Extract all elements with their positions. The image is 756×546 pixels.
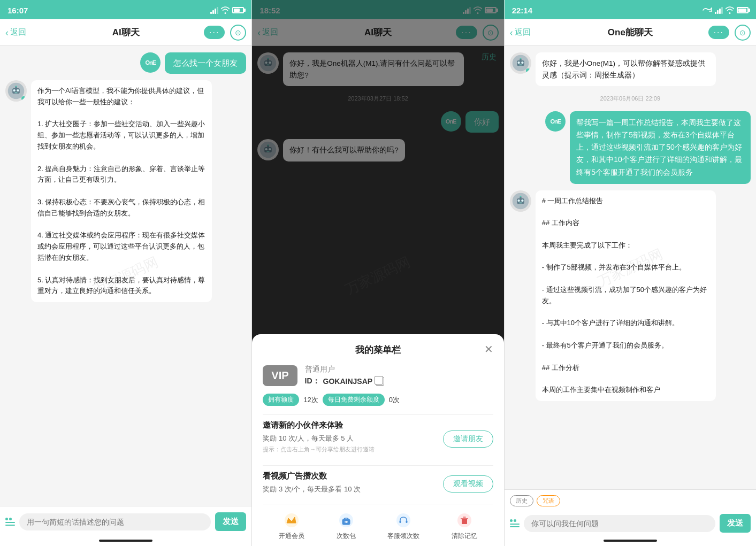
- nav-actions-3: ··· ⊙: [708, 25, 751, 41]
- footer-item-clear-2[interactable]: 清除记忆: [452, 512, 477, 541]
- copy-icon-2[interactable]: [376, 377, 384, 386]
- invite-btn-2[interactable]: 邀请朋友: [443, 430, 493, 448]
- signal-icon-3: [715, 6, 723, 14]
- nav-bar-1: ‹ 返回 AI聊天 ··· ⊙: [0, 19, 251, 46]
- video-desc-2: 奖励 3 次/个，每天最多看 10 次: [263, 485, 361, 494]
- svg-point-44: [517, 199, 520, 202]
- menu-icon-3[interactable]: [510, 519, 520, 527]
- svg-point-38: [521, 61, 523, 64]
- vip-info-2: 普通用户 ID： GOKAINJSAP: [305, 365, 385, 386]
- bot-avatar-reply-3: [510, 190, 531, 212]
- nav-title-1: AI聊天: [112, 26, 140, 39]
- spell-tag-3[interactable]: 咒语: [537, 495, 560, 506]
- invite-desc-2: 奖励 10 次/人，每天最多 5 人: [263, 434, 375, 443]
- svg-point-3: [17, 89, 19, 91]
- wifi-icon-1: [220, 6, 230, 14]
- robot-icon-reply-3: [511, 192, 530, 210]
- back-button-1[interactable]: ‹ 返回: [5, 27, 26, 37]
- user-id-label-2: ID：: [305, 376, 320, 386]
- status-bar-1: 16:07: [0, 0, 251, 19]
- svg-rect-28: [406, 520, 408, 523]
- modal-header-2: 我的菜单栏 ✕: [263, 344, 493, 356]
- nav-title-3: One能聊天: [608, 26, 653, 39]
- modal-footer-2: 开通会员 次数包: [263, 504, 493, 546]
- user-type-2: 普通用户: [305, 365, 385, 374]
- target-button-3[interactable]: ⊙: [735, 25, 751, 41]
- bot-bubble-intro-3: 你好，我是小One(M1)，可以帮你解答疑惑或提供灵感（提示词：周报生成器）: [536, 52, 716, 86]
- msg-time-3: 2023年06月06日 22:09: [510, 95, 751, 103]
- panel-1: 16:07 ‹ 返回 AI聊天 ··· ⊙ 万家源码网: [0, 0, 251, 546]
- divider-1-2: [263, 414, 493, 415]
- msg-row-bot-1: 作为一个AI语言模型，我不能为你提供具体的建议，但我可以给你一些一般性的建议： …: [5, 80, 246, 302]
- status-time-1: 16:07: [7, 6, 28, 15]
- back-chevron-1: ‹: [5, 28, 9, 37]
- invite-text-2: 邀请新的小伙伴来体验 奖励 10 次/人，每天最多 5 人 提示：点击右上角→可…: [263, 420, 375, 458]
- quota-tag-2-2: 每日免费剩余额度: [323, 394, 385, 406]
- chat-input-3[interactable]: [524, 515, 715, 532]
- svg-rect-46: [519, 202, 522, 203]
- more-button-3[interactable]: ···: [708, 26, 729, 39]
- nav-bar-3: ‹ 返回 One能聊天 ··· ⊙: [505, 19, 756, 46]
- chat-input-1[interactable]: [19, 513, 211, 530]
- divider-2-2: [263, 465, 493, 466]
- video-row-2: 看视频广告攒次数 奖励 3 次/个，每天最多看 10 次 观看视频: [263, 471, 493, 496]
- history-tag-3[interactable]: 历史: [510, 495, 533, 506]
- svg-rect-39: [519, 65, 522, 66]
- bot-bubble-reply-3: # 一周工作总结报告 ## 工作内容 本周我主要完成了以下工作： - 制作了5部…: [536, 190, 716, 401]
- chat-input-bar-1: 发送: [0, 506, 251, 537]
- modal-title-2: 我的菜单栏: [355, 344, 401, 356]
- footer-label-package-2: 次数包: [337, 532, 356, 541]
- svg-point-26: [396, 513, 410, 527]
- svg-point-2: [13, 89, 15, 91]
- trash-icon-2: [456, 512, 473, 529]
- video-text-2: 看视频广告攒次数 奖励 3 次/个，每天最多看 10 次: [263, 471, 361, 496]
- msg-row-bot-intro-3: 你好，我是小One(M1)，可以帮你解答疑惑或提供灵感（提示词：周报生成器）: [510, 52, 751, 86]
- svg-point-45: [521, 199, 523, 202]
- footer-label-clear-2: 清除记忆: [452, 532, 477, 541]
- send-button-1[interactable]: 发送: [215, 512, 246, 531]
- home-indicator-3: [505, 537, 756, 546]
- target-button-1[interactable]: ⊙: [230, 25, 246, 41]
- home-bar-3: [604, 540, 657, 542]
- msg-row-bot-reply-3: # 一周工作总结报告 ## 工作内容 本周我主要完成了以下工作： - 制作了5部…: [510, 190, 751, 401]
- bot-bubble-1: 作为一个AI语言模型，我不能为你提供具体的建议，但我可以给你一些一般性的建议： …: [31, 80, 212, 302]
- bag-icon-2: [338, 512, 355, 529]
- panel-2: 18:52 ‹ 返回 AI聊天 ··· ⊙ 万家源码网: [251, 0, 503, 546]
- status-bar-3: 22:14: [505, 0, 756, 19]
- svg-rect-30: [462, 519, 467, 524]
- svg-rect-27: [400, 520, 401, 523]
- back-button-3[interactable]: ‹ 返回: [510, 27, 531, 37]
- modal-2: 我的菜单栏 ✕ VIP 普通用户 ID： GOKAINJSAP 拥有额度 12次…: [252, 334, 503, 546]
- online-dot-3: [526, 68, 530, 73]
- status-icons-3: [702, 6, 749, 14]
- crown-icon-2: [283, 512, 300, 529]
- vip-row-2: VIP 普通用户 ID： GOKAINJSAP: [263, 365, 493, 386]
- msg-row-user-1: 怎么找一个女朋友 OnE: [5, 52, 246, 74]
- svg-point-21: [285, 513, 299, 527]
- msg-row-user-3: 帮我写一篇一周工作总结报告，本周我主要做了这些事情，制作了5部视频，发布在3个自…: [510, 111, 751, 183]
- modal-close-2[interactable]: ✕: [484, 344, 493, 355]
- online-dot-1: [21, 96, 26, 101]
- footer-label-member-2: 开通会员: [279, 532, 304, 541]
- back-label-1: 返回: [10, 27, 26, 37]
- home-bar-1: [99, 540, 152, 542]
- one-badge-3: OnE: [545, 111, 566, 132]
- footer-item-package-2[interactable]: 次数包: [337, 512, 356, 541]
- send-button-3[interactable]: 发送: [720, 514, 751, 533]
- invite-row-2: 邀请新的小伙伴来体验 奖励 10 次/人，每天最多 5 人 提示：点击右上角→可…: [263, 420, 493, 458]
- video-title-2: 看视频广告攒次数: [263, 471, 361, 481]
- status-icons-1: [210, 6, 244, 14]
- sleep-icon-3: [702, 6, 713, 14]
- back-chevron-3: ‹: [510, 28, 513, 37]
- chat-area-1: 万家源码网 怎么找一个女朋友 OnE 作为: [0, 46, 251, 506]
- headset-icon-2: [395, 512, 412, 529]
- quota-row-2: 拥有额度 12次 每日免费剩余额度 0次: [263, 394, 493, 406]
- more-button-1[interactable]: ···: [204, 26, 225, 39]
- footer-item-member-2[interactable]: 开通会员: [279, 512, 304, 541]
- footer-item-support-2[interactable]: 客服领次数: [387, 512, 419, 541]
- menu-icon-1[interactable]: [5, 518, 15, 526]
- bot-avatar-intro-3: [510, 52, 531, 74]
- bot-avatar-1: [5, 80, 27, 102]
- svg-point-41: [520, 58, 521, 59]
- video-btn-2[interactable]: 观看视频: [443, 475, 493, 493]
